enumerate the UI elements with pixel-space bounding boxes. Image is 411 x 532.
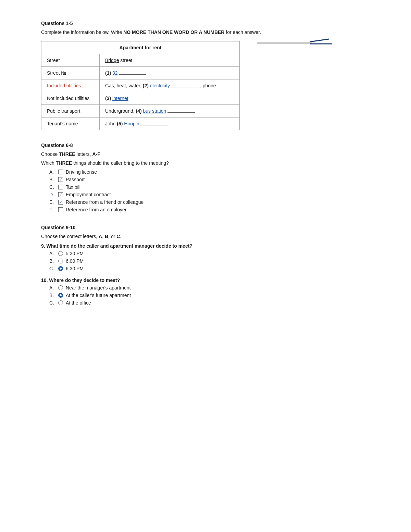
table-row: Tenant's name John (5) Hooper — [41, 117, 240, 130]
row-value-street: Bridge street — [100, 54, 240, 67]
list-item[interactable]: E. ✓ Reference from a friend or colleagu… — [49, 199, 370, 205]
instructions-9-10: Choose the correct letters, A, B, or C. — [41, 234, 370, 239]
list-item[interactable]: A. Driving license — [49, 169, 370, 175]
section-1-5: Questions 1-5 Complete the information b… — [41, 21, 370, 130]
section-title-1-5: Questions 1-5 — [41, 21, 370, 26]
corner-decoration — [257, 38, 332, 48]
checkbox-f[interactable] — [58, 207, 63, 212]
list-item[interactable]: B. 6:00 PM — [49, 258, 370, 264]
question-10-label: 10. Where do they decide to meet? — [41, 277, 370, 283]
instructions-1-5: Complete the information below. Write NO… — [41, 29, 370, 35]
table-row: Included utilities Gas, heat, water, (2)… — [41, 79, 240, 92]
table-row: Public transport Underground, (4) bus st… — [41, 105, 240, 117]
row-value-included: Gas, heat, water, (2) electricity , phon… — [100, 79, 240, 92]
svg-line-1 — [310, 39, 329, 42]
section-title-9-10: Questions 9-10 — [41, 225, 370, 230]
section-title-6-8: Questions 6-8 — [41, 143, 370, 148]
radio-9c[interactable] — [58, 266, 63, 271]
list-item[interactable]: C. At the office — [49, 300, 370, 306]
radio-9b[interactable] — [58, 259, 63, 263]
table-row: Not included utilities (3) internet — [41, 92, 240, 105]
row-value-transport: Underground, (4) bus station — [100, 105, 240, 117]
radio-10a[interactable] — [58, 285, 63, 290]
list-item[interactable]: B. At the caller's future apartment — [49, 293, 370, 298]
checkbox-d[interactable]: ✓ — [58, 192, 63, 197]
row-value-not-included: (3) internet — [100, 92, 240, 105]
row-label-included: Included utilities — [41, 79, 100, 92]
radio-9a[interactable] — [58, 251, 63, 256]
svg-rect-0 — [257, 42, 312, 44]
row-label-tenant: Tenant's name — [41, 117, 100, 130]
row-label-not-included: Not included utilities — [41, 92, 100, 105]
options-list-10: A. Near the manager's apartment B. At th… — [41, 285, 370, 306]
row-label-street-no: Street № — [41, 67, 100, 79]
list-item[interactable]: D. ✓ Employment contract — [49, 192, 370, 197]
checkbox-a[interactable] — [58, 170, 63, 174]
checkbox-c[interactable] — [58, 185, 63, 189]
table-row: Street Bridge street — [41, 54, 240, 67]
checkbox-b[interactable]: ✓ — [58, 177, 63, 182]
section-6-8: Questions 6-8 Choose THREE letters, A-F.… — [41, 143, 370, 212]
question-9-label: 9. What time do the caller and apartment… — [41, 243, 370, 249]
row-value-tenant: John (5) Hooper — [100, 117, 240, 130]
radio-10b[interactable] — [58, 293, 63, 298]
apartment-table: Apartment for rent Street Bridge street … — [41, 41, 240, 130]
table-row: Street № (1) 32 — [41, 67, 240, 79]
options-list-9: A. 5:30 PM B. 6:00 PM C. 6:30 PM — [41, 251, 370, 271]
instructions-6-8-line1: Choose THREE letters, A-F. — [41, 151, 370, 157]
checkbox-e[interactable]: ✓ — [58, 200, 63, 205]
section-9-10: Questions 9-10 Choose the correct letter… — [41, 225, 370, 306]
list-item[interactable]: C. 6:30 PM — [49, 266, 370, 271]
radio-10c[interactable] — [58, 300, 63, 305]
table-header: Apartment for rent — [41, 41, 240, 54]
row-label-transport: Public transport — [41, 105, 100, 117]
list-item[interactable]: C. Tax bill — [49, 184, 370, 190]
options-list-6-8: A. Driving license B. ✓ Passport C. Tax … — [41, 169, 370, 212]
instructions-6-8-line2: Which THREE things should the caller bri… — [41, 160, 370, 166]
bridge-text: Bridge — [105, 58, 119, 63]
list-item[interactable]: F. Reference from an employer — [49, 207, 370, 212]
row-value-street-no: (1) 32 — [100, 67, 240, 79]
list-item[interactable]: B. ✓ Passport — [49, 177, 370, 182]
row-label-street: Street — [41, 54, 100, 67]
list-item[interactable]: A. 5:30 PM — [49, 251, 370, 256]
list-item[interactable]: A. Near the manager's apartment — [49, 285, 370, 290]
